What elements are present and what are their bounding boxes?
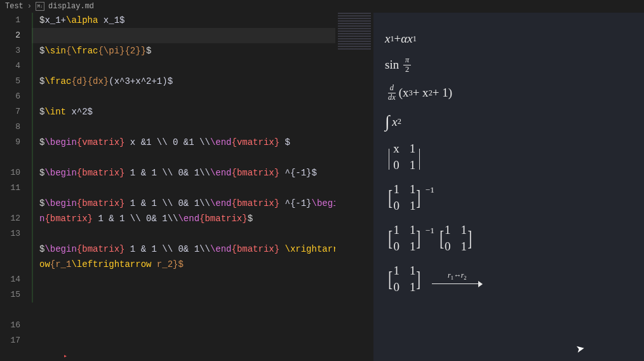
code-area[interactable]: $x_1+\alpha x_1$ $\sin{\frac{\pi}{2}}$ $… — [32, 13, 373, 361]
code-line[interactable]: $x_1+\alpha x_1$ — [32, 13, 342, 28]
code-line[interactable]: $\begin{vmatrix} x &1 \\ 0 &1 \\\end{vma… — [32, 135, 342, 150]
math-expr-bmatrix-arrow: [ 1101 ] r1↔r2 — [385, 264, 633, 294]
math-expr-line1: x1 + αx1 — [385, 32, 633, 46]
line-number-gutter: 1 2 3 4 5 6 7 8 9 10 11 12 13 14 15 16 1… — [0, 13, 32, 361]
math-expr-bmatrix-inv: [ 1101 ] −1 — [385, 182, 633, 213]
breadcrumb-file[interactable]: display.md — [48, 2, 94, 11]
line-number: 9 — [15, 135, 20, 165]
line-number: 1 — [15, 13, 20, 28]
code-line[interactable] — [32, 226, 342, 242]
code-line[interactable]: $\begin{bmatrix} 1 & 1 \\ 0& 1\\\end{bma… — [32, 196, 342, 226]
mouse-cursor-icon: ➤ — [575, 342, 585, 355]
xrightarrow-icon: r1↔r2 — [432, 271, 483, 287]
code-line[interactable] — [32, 272, 342, 287]
line-number: 11 — [10, 180, 20, 211]
code-line[interactable]: $\int x^2$ — [32, 104, 342, 119]
code-line[interactable]: $\begin{bmatrix} 1 & 1 \\ 0& 1\\\end{bma… — [32, 242, 342, 272]
math-expr-vmatrix: | x101 | — [385, 142, 633, 172]
code-line[interactable] — [32, 150, 342, 165]
code-line[interactable]: $\begin{bmatrix} 1 & 1 \\ 0& 1\\\end{bma… — [32, 165, 342, 180]
code-line-active[interactable] — [32, 28, 342, 43]
code-line[interactable] — [32, 180, 342, 196]
line-number: 2 — [15, 28, 20, 43]
line-number: 4 — [15, 58, 20, 74]
line-number: 7 — [15, 104, 20, 119]
line-number: 3 — [15, 43, 20, 58]
line-number: 8 — [15, 119, 20, 135]
math-expr-bmatrix-pair: [ 1101 ] −1 [ 1101 ] — [385, 223, 633, 254]
line-number: 14 — [10, 272, 20, 287]
line-number: 12 — [10, 211, 20, 226]
breadcrumb[interactable]: Test › M↓ display.md — [0, 0, 644, 13]
line-number: 13 — [10, 226, 20, 272]
minimap[interactable] — [335, 13, 373, 361]
code-line[interactable]: $\frac{d}{dx}(x^3+x^2+1)$ — [32, 74, 342, 89]
math-expr-line2: sin π2 — [385, 56, 633, 74]
line-number: 16 — [10, 318, 20, 333]
line-number: 10 — [10, 165, 20, 180]
line-number: 17 — [10, 333, 20, 348]
markdown-preview-pane: x1 + αx1 sin π2 ddx (x3 + x2 + 1) ∫x2 | … — [373, 13, 644, 361]
math-expr-line3: ddx (x3 + x2 + 1) — [385, 84, 633, 102]
breadcrumb-root[interactable]: Test — [5, 2, 23, 11]
editor-pane[interactable]: 1 2 3 4 5 6 7 8 9 10 11 12 13 14 15 16 1… — [0, 13, 373, 361]
code-line[interactable]: $\sin{\frac{\pi}{2}}$ — [32, 43, 342, 58]
code-line[interactable] — [32, 119, 342, 135]
line-number: 15 — [10, 287, 20, 318]
markdown-file-icon: M↓ — [36, 2, 44, 11]
minimap-thumbnail — [338, 13, 371, 51]
code-line[interactable] — [32, 89, 342, 104]
line-number: 5 — [15, 74, 20, 89]
code-line[interactable] — [32, 287, 342, 303]
chevron-right-icon: › — [27, 2, 32, 11]
line-number: 6 — [15, 89, 20, 104]
fold-indicator-icon: ▸ — [64, 352, 67, 360]
code-line[interactable] — [32, 58, 342, 74]
math-expr-line4: ∫x2 — [385, 112, 633, 132]
